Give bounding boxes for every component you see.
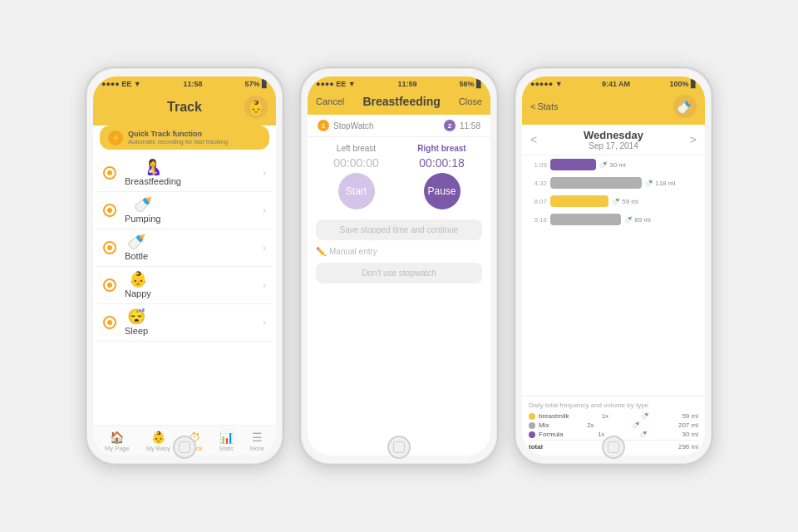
pause-button[interactable]: Pause	[424, 173, 461, 209]
nav-stats[interactable]: 📊 Stats	[219, 431, 234, 452]
track-item-pumping[interactable]: 🍼 Pumping ›	[96, 192, 273, 229]
formula-amount: 30 ml	[682, 431, 698, 438]
amount-1: 🍼 30 ml	[599, 161, 626, 169]
timeline-row-3: 8:07 🍼 59 ml	[529, 195, 698, 207]
phone1: ●●●● EE ▼ 11:58 57% ▊ Track 👶 ⚡ Quick Tr…	[85, 66, 284, 466]
total-amount: 296 ml	[678, 443, 698, 451]
phone2-status-bar: ●●●● EE ▼ 11:59 56% ▊	[308, 76, 490, 91]
sleep-label: Sleep	[125, 326, 148, 336]
sleep-icon: 😴	[127, 309, 145, 324]
nav-my-baby[interactable]: 👶 My Baby	[146, 431, 170, 452]
phone2: ●●●● EE ▼ 11:59 56% ▊ Cancel Breastfeedi…	[299, 66, 499, 466]
phone3-screen: ●●●●● ▼ 9:41 AM 100% ▊ < Stats 🍼 < Wedne…	[522, 76, 705, 456]
legend-breastmilk	[529, 413, 535, 420]
stopwatch-num1: 1	[318, 120, 329, 131]
bar-2	[550, 177, 642, 189]
quick-track-icon: ⚡	[108, 131, 123, 145]
phone1-home-button[interactable]	[173, 436, 196, 459]
track-dot	[103, 278, 116, 292]
nav-stats-label: Stats	[219, 445, 234, 452]
bar-4	[550, 214, 621, 225]
pencil-icon: ✏️	[316, 247, 326, 256]
phone3-battery: 100% ▊	[669, 80, 697, 88]
nav-my-page[interactable]: 🏠 My Page	[105, 431, 130, 452]
prev-day-button[interactable]: <	[530, 133, 537, 146]
track-item-sleep[interactable]: 😴 Sleep ›	[96, 304, 273, 342]
track-item-nappy[interactable]: 👶 Nappy ›	[96, 267, 273, 304]
stopwatch-num2: 2	[444, 120, 456, 131]
baby-icon: 👶	[151, 431, 165, 444]
time-3: 8:07	[529, 198, 547, 205]
phone3-header: < Stats 🍼	[522, 91, 705, 125]
back-arrow-icon: <	[530, 101, 535, 111]
legend-formula	[529, 431, 535, 438]
phone2-home-button[interactable]	[387, 436, 411, 459]
timeline-row-2: 4:32 🍼 118 ml	[529, 177, 698, 189]
nav-my-baby-label: My Baby	[146, 445, 170, 452]
phone1-avatar: 👶	[244, 96, 268, 119]
time-1: 1:09	[529, 161, 547, 169]
phone1-battery: 57% ▊	[244, 80, 268, 88]
phone3-status-bar: ●●●●● ▼ 9:41 AM 100% ▊	[522, 76, 705, 91]
stopwatch-time: 11:58	[460, 121, 480, 131]
stats-row-breastmilk: breastmilk 1x 🍼 59 ml	[529, 412, 698, 420]
manual-entry-option[interactable]: ✏️ Manual entry	[308, 244, 490, 259]
left-breast-timer: 00:00:00	[333, 156, 379, 170]
phone1-time: 11:58	[184, 80, 203, 88]
phone2-time: 11:59	[398, 80, 417, 88]
phone1-quick-track[interactable]: ⚡ Quick Track function Automatic recordi…	[100, 126, 269, 150]
save-stopped-time-button[interactable]: Save stopped time and continue	[316, 219, 482, 240]
timeline-row-4: 9:16 🍼 89 ml	[529, 214, 698, 225]
phone2-close-btn[interactable]: Close	[459, 96, 482, 106]
stats-timeline: 1:09 🍼 30 ml 4:32 🍼 118 ml 8:0	[522, 155, 705, 396]
track-dot	[103, 204, 116, 217]
bottle-icon-mix: 🍼	[632, 421, 640, 429]
mix-freq: 2x	[587, 421, 594, 429]
nav-more-label: More	[250, 445, 264, 452]
dont-use-stopwatch-button[interactable]: Don't use stopwatch	[316, 263, 482, 283]
full-date: Sep 17, 2014	[584, 141, 643, 150]
phone2-cancel-btn[interactable]: Cancel	[316, 96, 344, 106]
formula-freq: 1x	[598, 431, 604, 438]
breastmilk-amount: 59 ml	[682, 412, 698, 420]
date-navigator: < Wednesday Sep 17, 2014 >	[522, 125, 705, 155]
phone1-app-header: Track 👶	[93, 91, 276, 126]
phone1-track-list: 🤱 Breastfeeding › 🍼 Pumping	[93, 155, 276, 425]
left-breast-label: Left breast	[337, 144, 376, 153]
breastfeeding-icon: 🤱	[144, 160, 162, 175]
phone1-screen: ●●●● EE ▼ 11:58 57% ▊ Track 👶 ⚡ Quick Tr…	[93, 76, 276, 456]
pumping-icon: 🍼	[134, 197, 152, 212]
phone3-signal: ●●●●● ▼	[530, 80, 563, 88]
nappy-icon: 👶	[129, 272, 147, 287]
bottle-icon-formula: 🍼	[639, 431, 648, 438]
nav-more[interactable]: ☰ More	[250, 431, 264, 452]
track-item-breastfeeding[interactable]: 🤱 Breastfeeding ›	[96, 155, 273, 192]
manual-entry-label: Manual entry	[329, 247, 377, 256]
phone3-home-button[interactable]	[602, 436, 625, 459]
time-4: 9:16	[529, 216, 547, 224]
chevron-icon: ›	[263, 317, 266, 328]
bottle-label: Bottle	[125, 251, 148, 261]
quick-track-title: Quick Track function	[128, 130, 228, 138]
track-dot	[103, 316, 116, 329]
track-item-bottle[interactable]: 🍼 Bottle ›	[96, 229, 273, 267]
right-breast-timer: 00:00:18	[419, 156, 465, 170]
phone2-screen: ●●●● EE ▼ 11:59 56% ▊ Cancel Breastfeedi…	[308, 76, 490, 456]
back-to-stats-button[interactable]: < Stats	[530, 101, 559, 111]
mix-amount: 207 ml	[678, 421, 698, 429]
next-day-button[interactable]: >	[690, 133, 697, 146]
home-icon: 🏠	[110, 431, 124, 444]
phone2-signal: ●●●● EE ▼	[316, 80, 356, 88]
chevron-icon: ›	[263, 279, 266, 291]
chevron-icon: ›	[263, 167, 266, 179]
back-label: Stats	[537, 101, 558, 111]
phone1-title: Track	[125, 100, 244, 115]
start-button[interactable]: Start	[338, 173, 375, 209]
stopwatch-label: StopWatch	[333, 121, 374, 131]
bottle-icon-bm: 🍼	[641, 412, 649, 420]
phone2-header: Cancel Breastfeeding Close	[308, 91, 490, 115]
time-2: 4:32	[529, 180, 547, 187]
bottle-icon: 🍼	[127, 234, 145, 249]
pumping-label: Pumping	[125, 214, 160, 224]
bottle-header-icon: 🍼	[677, 99, 693, 115]
